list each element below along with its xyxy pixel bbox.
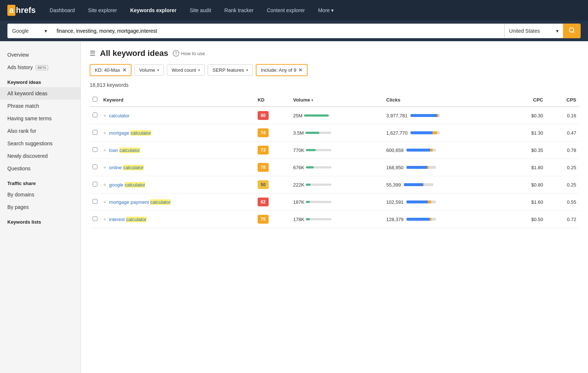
filter-kd[interactable]: KD: 40-Max ✕: [90, 64, 132, 76]
filter-word-count[interactable]: Word count ▾: [167, 64, 205, 76]
kd-cell: 74: [255, 124, 290, 142]
svg-line-1: [573, 31, 574, 32]
th-kd: KD: [255, 93, 290, 107]
volume-value: 770K: [293, 148, 304, 153]
keyword-cell: + online calculator: [100, 159, 255, 176]
filter-kd-close[interactable]: ✕: [122, 67, 126, 73]
search-input[interactable]: [51, 24, 504, 38]
country-label: United States: [509, 28, 540, 34]
add-icon[interactable]: +: [103, 130, 106, 136]
add-icon[interactable]: +: [103, 147, 106, 153]
nav-rank-tracker[interactable]: Rank tracker: [219, 4, 259, 16]
nav-site-explorer[interactable]: Site explorer: [83, 4, 122, 16]
volume-cell: 25M: [290, 107, 383, 124]
add-icon[interactable]: +: [103, 113, 106, 118]
row-checkbox[interactable]: [93, 113, 97, 117]
clicks-bar-blue: [406, 218, 429, 221]
volume-bar: [305, 132, 331, 134]
volume-cell: 178K: [290, 211, 383, 228]
sidebar-item-ads-history[interactable]: Ads history BETA: [0, 61, 80, 74]
nav-keywords-explorer[interactable]: Keywords explorer: [125, 4, 182, 16]
row-checkbox-cell: [90, 211, 100, 228]
select-all-checkbox[interactable]: [93, 97, 97, 102]
cpc-cell: $1.60: [509, 193, 546, 211]
keyword-link[interactable]: interest calculator: [109, 217, 147, 222]
country-select[interactable]: United States ▾: [504, 24, 563, 38]
clicks-bar: [406, 149, 436, 152]
nav-dashboard[interactable]: Dashboard: [44, 4, 80, 16]
sidebar-item-questions[interactable]: Questions: [0, 162, 80, 175]
clicks-cell: 168,950: [383, 159, 509, 176]
keyword-link[interactable]: mortgage calculator: [109, 130, 151, 136]
th-volume[interactable]: Volume ▾: [290, 93, 383, 107]
add-icon[interactable]: +: [103, 216, 106, 222]
kd-cell: 73: [255, 142, 290, 159]
clicks-bar: [406, 200, 436, 203]
chevron-down-icon: ▾: [556, 28, 559, 34]
clicks-container: 102,591: [386, 199, 506, 205]
row-checkbox[interactable]: [93, 130, 97, 135]
row-checkbox-cell: [90, 176, 100, 193]
row-checkbox[interactable]: [93, 164, 97, 169]
sidebar-item-overview[interactable]: Overview: [0, 49, 80, 61]
keyword-link[interactable]: calculator: [109, 113, 130, 118]
volume-value: 187K: [293, 199, 304, 205]
add-icon[interactable]: +: [103, 199, 106, 205]
kd-cell: 78: [255, 159, 290, 176]
filter-word-count-label: Word count: [172, 67, 196, 73]
add-icon[interactable]: +: [103, 164, 106, 170]
search-button[interactable]: [563, 24, 581, 38]
sidebar-item-newly-discovered[interactable]: Newly discovered: [0, 150, 80, 162]
clicks-bar-orange: [433, 131, 437, 134]
row-checkbox[interactable]: [93, 216, 97, 221]
keyword-link[interactable]: mortgage payment calculator: [109, 199, 171, 205]
sidebar-item-by-domains[interactable]: By domains: [0, 188, 80, 201]
row-checkbox[interactable]: [93, 147, 97, 152]
row-checkbox[interactable]: [93, 182, 97, 186]
sidebar-item-also-rank-for[interactable]: Also rank for: [0, 125, 80, 137]
sidebar-item-by-pages[interactable]: By pages: [0, 201, 80, 213]
filter-serp-features[interactable]: SERP features ▾: [208, 64, 253, 76]
hamburger-icon[interactable]: ☰: [90, 49, 96, 57]
keyword-cell: + interest calculator: [100, 211, 255, 228]
clicks-bar-orange: [430, 149, 432, 152]
clicks-bar: [410, 131, 440, 134]
table-row: + google calculator 50 222K 55,399 $: [90, 176, 579, 193]
cps-cell: 0.55: [546, 193, 579, 211]
sidebar-item-search-suggestions[interactable]: Search suggestions: [0, 137, 80, 150]
filter-include-close[interactable]: ✕: [298, 67, 302, 73]
clicks-container: 1,627,770: [386, 130, 506, 136]
clicks-bar-blue: [406, 166, 427, 169]
sidebar-item-having-same-terms[interactable]: Having same terms: [0, 112, 80, 125]
svg-point-0: [569, 28, 574, 32]
clicks-cell: 102,591: [383, 193, 509, 211]
kd-badge: 75: [258, 215, 269, 224]
chevron-down-icon: ▾: [331, 7, 334, 13]
filter-include[interactable]: Include: Any of 9 ✕: [256, 64, 308, 76]
nav-more[interactable]: More ▾: [313, 4, 339, 16]
row-checkbox[interactable]: [93, 199, 97, 204]
volume-bar: [306, 184, 331, 186]
sidebar-item-phrase-match[interactable]: Phrase match: [0, 100, 80, 112]
table-row: + online calculator 78 676K 168,950: [90, 159, 579, 176]
sidebar-item-all-keyword-ideas[interactable]: All keyword ideas: [0, 87, 80, 100]
engine-select[interactable]: Google ▾: [7, 24, 51, 38]
nav-content-explorer[interactable]: Content explorer: [262, 4, 310, 16]
clicks-container: 55,399: [386, 182, 506, 188]
filter-volume[interactable]: Volume ▾: [135, 64, 164, 76]
clicks-value: 128,379: [386, 217, 404, 222]
table-row: + mortgage calculator 74 3.5M 1,627,770: [90, 124, 579, 142]
kd-badge: 74: [258, 128, 269, 137]
keyword-link[interactable]: google calculator: [109, 182, 145, 188]
volume-bar-container: 3.5M: [293, 130, 380, 136]
volume-cell: 187K: [290, 193, 383, 211]
keyword-link[interactable]: online calculator: [109, 165, 144, 170]
logo[interactable]: ahrefs: [7, 5, 36, 16]
how-to-use-link[interactable]: ? How to use: [173, 50, 205, 57]
nav-site-audit[interactable]: Site audit: [184, 4, 216, 16]
add-icon[interactable]: +: [103, 182, 106, 188]
table-row: + mortgage payment calculator 82 187K 10…: [90, 193, 579, 211]
row-checkbox-cell: [90, 107, 100, 124]
clicks-cell: 55,399: [383, 176, 509, 193]
keyword-link[interactable]: loan calculator: [109, 148, 140, 153]
